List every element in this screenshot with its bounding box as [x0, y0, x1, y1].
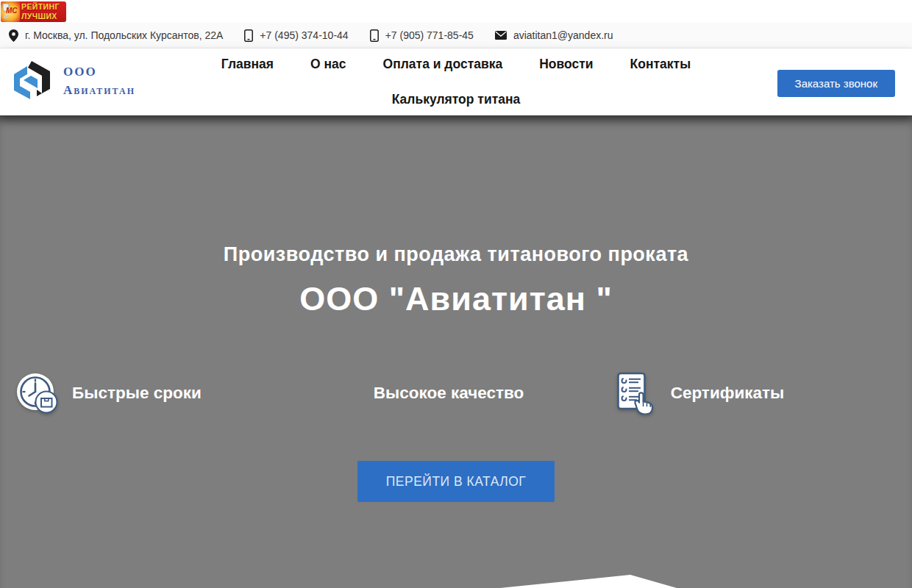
hero-section: Производство и продажа титанового прокат…: [0, 115, 912, 588]
logo-text: ООО Авиатитан: [63, 62, 135, 100]
rating-badge-line2: ЛУЧШИХ: [21, 12, 60, 21]
rating-trophy-icon: МС: [1, 1, 20, 22]
phone1-item[interactable]: +7 (495) 374-10-44: [244, 29, 348, 42]
nav-row-2: Калькулятор титана: [392, 92, 521, 107]
go-to-catalog-button[interactable]: ПЕРЕЙТИ В КАТАЛОГ: [357, 461, 555, 502]
address-text: г. Москва, ул. Подольских Курсантов, 22А: [25, 29, 223, 41]
feature-high-quality: Высокое качество: [374, 384, 524, 403]
phone1-text[interactable]: +7 (495) 374-10-44: [260, 29, 348, 41]
top-white-strip: МС РЕЙТИНГ ЛУЧШИХ: [0, 0, 912, 23]
address-item: г. Москва, ул. Подольских Курсантов, 22А: [9, 29, 223, 42]
rating-best-badge[interactable]: МС РЕЙТИНГ ЛУЧШИХ: [1, 1, 66, 22]
hero-title: ООО "Авиатитан ": [0, 280, 912, 318]
mobile-phone-icon: [244, 29, 253, 42]
contact-bar: г. Москва, ул. Подольских Курсантов, 22А…: [0, 23, 912, 49]
nav-item-home[interactable]: Главная: [221, 57, 274, 72]
mobile-phone-icon: [370, 29, 379, 42]
features-row: Быстрые сроки Высокое качество Сертифика…: [0, 372, 912, 415]
main-navigation: Главная О нас Оплата и доставка Новости …: [221, 49, 691, 115]
company-logo[interactable]: ООО Авиатитан: [10, 60, 135, 102]
feature-label: Высокое качество: [374, 384, 524, 403]
clock-package-icon: [16, 372, 59, 415]
feature-label: Быстрые сроки: [72, 384, 202, 403]
certificate-hand-icon: [616, 372, 655, 415]
diagonal-divider-shape: [0, 575, 912, 588]
nav-item-contacts[interactable]: Контакты: [630, 57, 691, 72]
feature-certificates: Сертификаты: [616, 372, 785, 415]
envelope-icon: [495, 31, 507, 40]
nav-item-about[interactable]: О нас: [310, 57, 346, 72]
hero-subtitle: Производство и продажа титанового прокат…: [0, 115, 912, 267]
location-pin-icon: [9, 29, 18, 42]
phone2-item[interactable]: +7 (905) 771-85-45: [370, 29, 474, 42]
email-text[interactable]: aviatitan1@yandex.ru: [513, 29, 613, 41]
nav-item-titanium-calculator[interactable]: Калькулятор титана: [392, 92, 521, 107]
feature-label: Сертификаты: [671, 384, 785, 403]
rating-emblem-text: МС: [6, 7, 18, 15]
logo-line1: ООО: [63, 62, 135, 82]
request-callback-button[interactable]: Заказать звонок: [777, 70, 895, 97]
feature-fast-terms: Быстрые сроки: [16, 372, 202, 415]
nav-item-payment-delivery[interactable]: Оплата и доставка: [383, 57, 503, 72]
rating-badge-line1: РЕЙТИНГ: [21, 2, 60, 12]
logo-hexagon-icon: [10, 60, 53, 102]
logo-line2: Авиатитан: [63, 81, 135, 100]
nav-item-news[interactable]: Новости: [539, 57, 593, 72]
email-item[interactable]: aviatitan1@yandex.ru: [495, 29, 613, 41]
nav-row-1: Главная О нас Оплата и доставка Новости …: [221, 57, 691, 72]
phone2-text[interactable]: +7 (905) 771-85-45: [385, 29, 474, 41]
site-header: ООО Авиатитан Главная О нас Оплата и дос…: [0, 49, 912, 115]
